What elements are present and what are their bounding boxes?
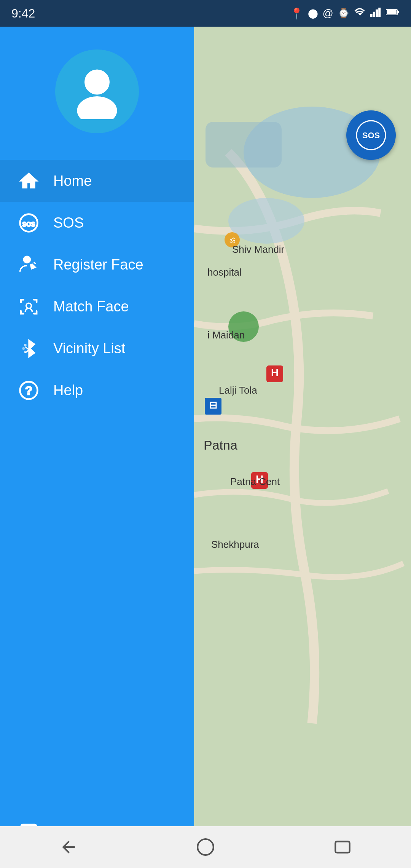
navigation-bar	[0, 826, 411, 868]
match-face-label: Match Face	[53, 298, 129, 315]
svg-point-27	[24, 344, 26, 346]
avatar	[55, 49, 139, 133]
status-icons: 📍 ⬤ @ ⌚	[290, 7, 400, 20]
sidebar-item-register-face[interactable]: Register Face	[0, 244, 194, 286]
svg-rect-3	[206, 122, 282, 168]
bluetooth-icon	[15, 335, 42, 362]
svg-point-21	[84, 70, 110, 95]
wifi-icon	[354, 8, 365, 19]
sos-fab-label: SOS	[362, 131, 380, 140]
home-icon	[15, 168, 42, 194]
register-face-icon	[15, 251, 42, 278]
sidebar-item-vicinity-list[interactable]: Vicinity List	[0, 327, 194, 369]
svg-rect-33	[335, 841, 350, 852]
svg-point-4	[228, 311, 259, 342]
at-icon: @	[323, 7, 333, 19]
svg-text:?: ?	[25, 383, 32, 397]
svg-text:SOS: SOS	[22, 220, 35, 227]
signal-icon	[370, 7, 381, 19]
help-label: Help	[53, 382, 83, 399]
vicinity-list-label: Vicinity List	[53, 340, 125, 357]
svg-rect-18	[397, 11, 399, 13]
status-bar: 9:42 📍 ⬤ @ ⌚	[0, 0, 411, 27]
navigation-drawer: Home SOS SOS Register Face	[0, 0, 194, 868]
svg-point-25	[23, 256, 30, 263]
sos-fab-button[interactable]: SOS	[346, 110, 396, 160]
svg-rect-14	[373, 12, 375, 17]
battery-icon	[386, 7, 400, 19]
sos-icon: SOS	[15, 209, 42, 236]
svg-text:ॐ: ॐ	[229, 237, 235, 244]
svg-rect-13	[370, 14, 373, 17]
svg-rect-19	[387, 10, 397, 14]
svg-text:H: H	[256, 473, 263, 485]
watch-icon: ⌚	[338, 8, 349, 19]
sidebar-item-home[interactable]: Home	[0, 160, 194, 202]
sidebar-item-match-face[interactable]: Match Face	[0, 286, 194, 327]
svg-point-22	[77, 96, 117, 119]
sidebar-item-sos[interactable]: SOS SOS	[0, 202, 194, 244]
help-icon: ?	[15, 377, 42, 404]
svg-text:⊟: ⊟	[209, 399, 217, 411]
sidebar-item-help[interactable]: ? Help	[0, 369, 194, 411]
sos-label: SOS	[53, 215, 84, 231]
menu-spacer	[0, 411, 194, 826]
location-icon: 📍	[290, 7, 303, 20]
svg-point-32	[198, 839, 213, 855]
circle-icon: ⬤	[308, 8, 318, 19]
register-face-label: Register Face	[53, 257, 143, 273]
nav-back-button[interactable]	[46, 832, 91, 862]
svg-rect-16	[378, 8, 381, 17]
nav-home-button[interactable]	[183, 832, 228, 862]
user-avatar-icon	[68, 62, 126, 121]
svg-text:H: H	[271, 367, 279, 378]
nav-recents-button[interactable]	[320, 832, 365, 862]
svg-point-29	[24, 351, 26, 353]
match-face-icon	[15, 293, 42, 320]
svg-rect-15	[376, 10, 378, 17]
status-time: 9:42	[11, 6, 35, 21]
svg-point-28	[22, 348, 24, 349]
svg-point-26	[26, 303, 31, 308]
svg-point-2	[228, 198, 304, 244]
home-label: Home	[53, 173, 92, 189]
